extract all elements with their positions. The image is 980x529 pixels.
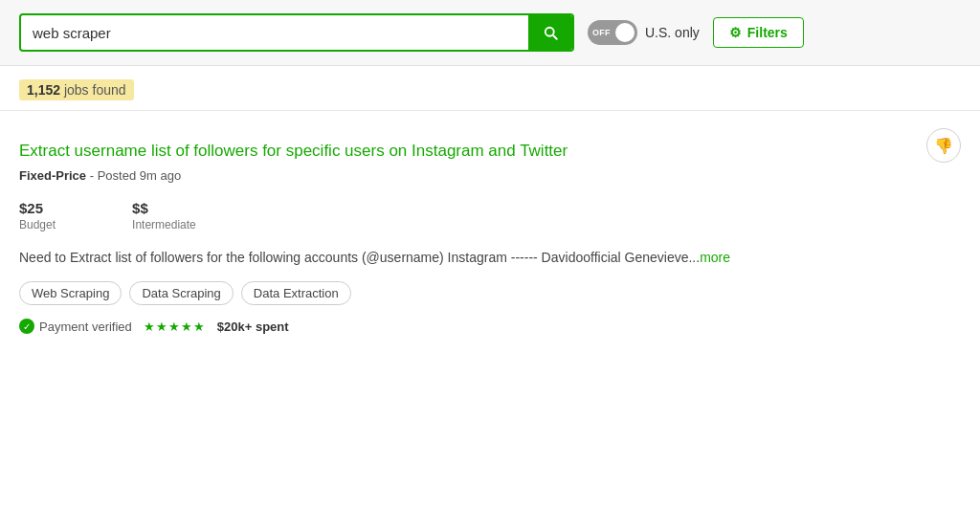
- rate-label: Intermediate: [132, 218, 196, 231]
- search-icon: [542, 24, 559, 41]
- us-only-label: U.S. only: [645, 25, 700, 40]
- thumbs-down-icon: 👎: [934, 137, 953, 155]
- job-posted: - Posted 9m ago: [90, 168, 181, 183]
- dislike-button[interactable]: 👎: [926, 128, 961, 163]
- payment-verified: ✓ Payment verified: [19, 319, 132, 334]
- job-listing: Extract username list of followers for s…: [19, 130, 961, 334]
- verified-icon: ✓: [19, 319, 34, 334]
- job-description: Need to Extract list of followers for th…: [19, 247, 880, 268]
- payment-row: ✓ Payment verified ★★★★★ $20k+ spent: [19, 319, 961, 334]
- filter-icon: ⚙: [729, 25, 742, 40]
- search-input[interactable]: [21, 17, 528, 49]
- budget-value: $25: [19, 200, 56, 216]
- budget-item: $25 Budget: [19, 200, 56, 231]
- search-button[interactable]: [528, 15, 572, 50]
- filters-button[interactable]: ⚙ Filters: [713, 17, 804, 48]
- job-meta: Fixed-Price - Posted 9m ago: [19, 168, 961, 183]
- search-bar-area: OFF U.S. only ⚙ Filters: [0, 0, 980, 66]
- rate-item: $$ Intermediate: [132, 200, 196, 231]
- job-type: Fixed-Price: [19, 168, 86, 183]
- tag-web-scraping[interactable]: Web Scraping: [19, 281, 122, 305]
- tags-row: Web Scraping Data Scraping Data Extracti…: [19, 281, 961, 305]
- tag-data-scraping[interactable]: Data Scraping: [129, 281, 233, 305]
- jobs-found-badge: 1,152 jobs found: [19, 79, 134, 100]
- stars-rating: ★★★★★: [144, 320, 206, 334]
- toggle-area: OFF U.S. only: [588, 20, 700, 45]
- jobs-found-text: jobs found: [64, 82, 126, 98]
- toggle-knob: [615, 23, 635, 42]
- filters-label: Filters: [747, 25, 788, 40]
- payment-verified-label: Payment verified: [39, 320, 132, 334]
- job-title[interactable]: Extract username list of followers for s…: [19, 140, 833, 163]
- budget-row: $25 Budget $$ Intermediate: [19, 200, 961, 231]
- jobs-count: 1,152: [27, 82, 60, 98]
- tag-data-extraction[interactable]: Data Extraction: [241, 281, 351, 305]
- budget-label: Budget: [19, 218, 56, 231]
- jobs-found-bar: 1,152 jobs found: [0, 66, 980, 111]
- main-content: 👎 Extract username list of followers for…: [0, 111, 980, 353]
- more-link[interactable]: more: [700, 250, 730, 265]
- spent-amount: $20k+ spent: [217, 320, 289, 334]
- rate-value: $$: [132, 200, 196, 216]
- search-input-wrapper: [19, 13, 574, 52]
- us-only-toggle[interactable]: OFF: [588, 20, 637, 45]
- toggle-off-label: OFF: [592, 28, 611, 37]
